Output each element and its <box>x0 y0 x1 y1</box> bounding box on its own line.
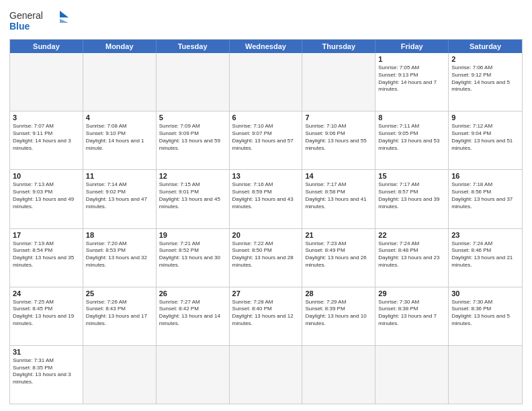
header: General Blue <box>9 8 523 34</box>
day-info: Sunrise: 7:18 AMSunset: 8:56 PMDaylight:… <box>451 181 519 210</box>
page: General Blue SundayMondayTuesdayWednesda… <box>0 0 532 411</box>
calendar-row-0: 1Sunrise: 7:05 AMSunset: 9:13 PMDaylight… <box>10 53 522 111</box>
svg-marker-2 <box>60 11 69 17</box>
day-number: 1 <box>378 55 445 63</box>
day-header-saturday: Saturday <box>449 40 522 53</box>
calendar-row-2: 10Sunrise: 7:13 AMSunset: 9:03 PMDayligh… <box>10 169 522 228</box>
calendar-cell: 21Sunrise: 7:23 AMSunset: 8:49 PMDayligh… <box>302 229 375 287</box>
calendar-cell: 12Sunrise: 7:15 AMSunset: 9:01 PMDayligh… <box>157 170 230 228</box>
calendar-cell <box>302 53 375 111</box>
day-number: 3 <box>13 113 80 122</box>
calendar-cell: 4Sunrise: 7:08 AMSunset: 9:10 PMDaylight… <box>83 111 157 169</box>
day-info: Sunrise: 7:24 AMSunset: 8:46 PMDaylight:… <box>451 240 519 269</box>
day-number: 28 <box>305 289 372 298</box>
day-info: Sunrise: 7:20 AMSunset: 8:53 PMDaylight:… <box>86 240 153 269</box>
day-number: 7 <box>305 113 372 122</box>
calendar-body: 1Sunrise: 7:05 AMSunset: 9:13 PMDaylight… <box>10 53 522 404</box>
day-info: Sunrise: 7:30 AMSunset: 8:36 PMDaylight:… <box>451 299 519 328</box>
calendar-cell <box>302 346 375 404</box>
logo-svg: General Blue <box>9 8 70 34</box>
calendar-cell: 7Sunrise: 7:10 AMSunset: 9:06 PMDaylight… <box>302 111 375 169</box>
day-info: Sunrise: 7:06 AMSunset: 9:12 PMDaylight:… <box>451 64 519 93</box>
day-info: Sunrise: 7:31 AMSunset: 8:35 PMDaylight:… <box>13 357 80 386</box>
calendar-cell: 6Sunrise: 7:10 AMSunset: 9:07 PMDaylight… <box>230 111 303 169</box>
calendar-cell: 22Sunrise: 7:24 AMSunset: 8:48 PMDayligh… <box>375 229 449 287</box>
calendar-cell: 15Sunrise: 7:17 AMSunset: 8:57 PMDayligh… <box>375 170 449 228</box>
day-number: 25 <box>86 289 153 298</box>
day-info: Sunrise: 7:07 AMSunset: 9:11 PMDaylight:… <box>13 123 80 152</box>
day-header-tuesday: Tuesday <box>157 40 230 53</box>
day-number: 6 <box>232 113 300 122</box>
calendar-cell <box>157 346 230 404</box>
day-info: Sunrise: 7:21 AMSunset: 8:52 PMDaylight:… <box>159 240 226 269</box>
day-number: 10 <box>13 172 80 180</box>
day-number: 14 <box>305 172 372 180</box>
calendar-cell: 28Sunrise: 7:29 AMSunset: 8:39 PMDayligh… <box>302 287 375 345</box>
day-number: 18 <box>86 231 153 239</box>
day-info: Sunrise: 7:23 AMSunset: 8:49 PMDaylight:… <box>305 240 372 269</box>
calendar-cell: 14Sunrise: 7:17 AMSunset: 8:58 PMDayligh… <box>302 170 375 228</box>
day-header-sunday: Sunday <box>10 40 83 53</box>
day-number: 16 <box>451 172 519 180</box>
calendar-cell <box>10 53 83 111</box>
svg-text:Blue: Blue <box>9 21 30 32</box>
day-number: 30 <box>451 289 519 298</box>
calendar-cell: 13Sunrise: 7:16 AMSunset: 8:59 PMDayligh… <box>230 170 303 228</box>
day-number: 31 <box>13 348 80 356</box>
day-number: 29 <box>378 289 445 298</box>
day-info: Sunrise: 7:13 AMSunset: 9:03 PMDaylight:… <box>13 181 80 210</box>
day-number: 15 <box>378 172 445 180</box>
day-info: Sunrise: 7:15 AMSunset: 9:01 PMDaylight:… <box>159 181 226 210</box>
calendar-cell <box>375 346 449 404</box>
day-number: 12 <box>159 172 226 180</box>
day-info: Sunrise: 7:09 AMSunset: 9:09 PMDaylight:… <box>159 123 226 152</box>
day-info: Sunrise: 7:28 AMSunset: 8:40 PMDaylight:… <box>232 299 300 328</box>
calendar-header-row: SundayMondayTuesdayWednesdayThursdayFrid… <box>10 40 522 53</box>
calendar-cell: 16Sunrise: 7:18 AMSunset: 8:56 PMDayligh… <box>449 170 522 228</box>
calendar-cell: 20Sunrise: 7:22 AMSunset: 8:50 PMDayligh… <box>230 229 303 287</box>
day-info: Sunrise: 7:27 AMSunset: 8:42 PMDaylight:… <box>159 299 226 328</box>
calendar-cell: 9Sunrise: 7:12 AMSunset: 9:04 PMDaylight… <box>449 111 522 169</box>
calendar-cell: 3Sunrise: 7:07 AMSunset: 9:11 PMDaylight… <box>10 111 83 169</box>
day-number: 27 <box>232 289 300 298</box>
calendar-cell: 19Sunrise: 7:21 AMSunset: 8:52 PMDayligh… <box>157 229 230 287</box>
calendar-cell: 10Sunrise: 7:13 AMSunset: 9:03 PMDayligh… <box>10 170 83 228</box>
calendar-cell: 11Sunrise: 7:14 AMSunset: 9:02 PMDayligh… <box>83 170 157 228</box>
calendar: SundayMondayTuesdayWednesdayThursdayFrid… <box>9 39 523 404</box>
day-header-wednesday: Wednesday <box>230 40 303 53</box>
calendar-cell: 29Sunrise: 7:30 AMSunset: 8:38 PMDayligh… <box>375 287 449 345</box>
day-info: Sunrise: 7:16 AMSunset: 8:59 PMDaylight:… <box>232 181 300 210</box>
day-info: Sunrise: 7:14 AMSunset: 9:02 PMDaylight:… <box>86 181 153 210</box>
day-info: Sunrise: 7:29 AMSunset: 8:39 PMDaylight:… <box>305 299 372 328</box>
svg-text:General: General <box>9 10 43 21</box>
day-info: Sunrise: 7:25 AMSunset: 8:45 PMDaylight:… <box>13 299 80 328</box>
day-info: Sunrise: 7:17 AMSunset: 8:57 PMDaylight:… <box>378 181 445 210</box>
calendar-cell: 25Sunrise: 7:26 AMSunset: 8:43 PMDayligh… <box>83 287 157 345</box>
day-number: 8 <box>378 113 445 122</box>
day-number: 4 <box>86 113 153 122</box>
calendar-cell: 26Sunrise: 7:27 AMSunset: 8:42 PMDayligh… <box>157 287 230 345</box>
calendar-cell: 5Sunrise: 7:09 AMSunset: 9:09 PMDaylight… <box>157 111 230 169</box>
calendar-cell: 23Sunrise: 7:24 AMSunset: 8:46 PMDayligh… <box>449 229 522 287</box>
calendar-cell <box>157 53 230 111</box>
day-number: 13 <box>232 172 300 180</box>
day-info: Sunrise: 7:22 AMSunset: 8:50 PMDaylight:… <box>232 240 300 269</box>
day-number: 2 <box>451 55 519 63</box>
day-info: Sunrise: 7:24 AMSunset: 8:48 PMDaylight:… <box>378 240 445 269</box>
svg-marker-3 <box>60 19 69 23</box>
calendar-row-5: 31Sunrise: 7:31 AMSunset: 8:35 PMDayligh… <box>10 345 522 404</box>
day-header-monday: Monday <box>83 40 157 53</box>
calendar-cell: 27Sunrise: 7:28 AMSunset: 8:40 PMDayligh… <box>230 287 303 345</box>
calendar-cell: 1Sunrise: 7:05 AMSunset: 9:13 PMDaylight… <box>375 53 449 111</box>
day-number: 22 <box>378 231 445 239</box>
day-number: 23 <box>451 231 519 239</box>
logo: General Blue <box>9 8 70 34</box>
day-info: Sunrise: 7:17 AMSunset: 8:58 PMDaylight:… <box>305 181 372 210</box>
day-number: 24 <box>13 289 80 298</box>
day-info: Sunrise: 7:05 AMSunset: 9:13 PMDaylight:… <box>378 64 445 93</box>
day-info: Sunrise: 7:10 AMSunset: 9:06 PMDaylight:… <box>305 123 372 152</box>
day-number: 21 <box>305 231 372 239</box>
day-header-thursday: Thursday <box>302 40 375 53</box>
calendar-cell: 17Sunrise: 7:19 AMSunset: 8:54 PMDayligh… <box>10 229 83 287</box>
day-number: 26 <box>159 289 226 298</box>
